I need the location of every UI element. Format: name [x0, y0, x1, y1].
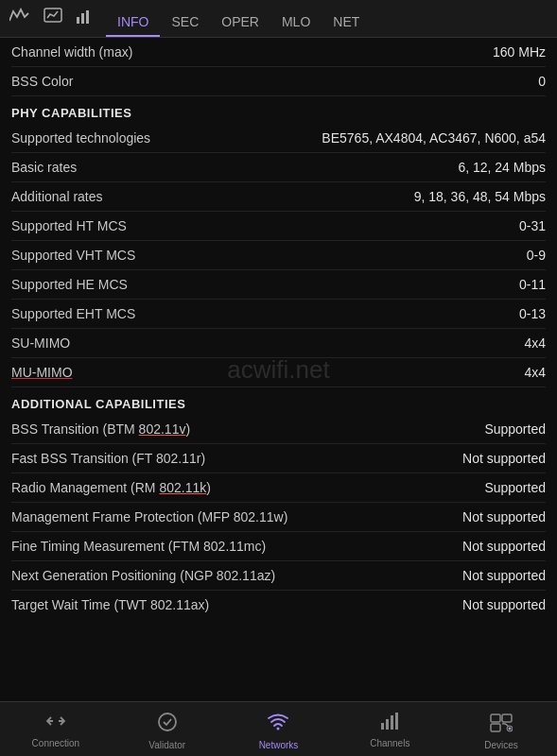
row-ht-mcs: Supported HT MCS 0-31: [11, 212, 546, 241]
nav-channels[interactable]: Channels: [334, 708, 445, 754]
svg-rect-1: [77, 17, 79, 24]
svg-rect-3: [86, 10, 89, 24]
value-twt: Not supported: [462, 597, 546, 612]
value-eht-mcs: 0-13: [519, 306, 546, 321]
value-ngp: Not supported: [462, 568, 546, 583]
row-fast-bss: Fast BSS Transition (FT 802.11r) Not sup…: [11, 444, 546, 473]
nav-networks[interactable]: Networks: [223, 708, 335, 754]
label-radio-mgmt: Radio Management (RM 802.11k): [11, 480, 484, 495]
label-ftm: Fine Timing Measurement (FTM 802.11mc): [11, 539, 462, 554]
nav-validator[interactable]: Validator: [112, 708, 223, 754]
tab-mlo[interactable]: MLO: [270, 9, 322, 37]
svg-rect-13: [491, 724, 500, 731]
row-he-mcs: Supported HE MCS 0-11: [11, 270, 546, 300]
value-channel-width: 160 MHz: [493, 44, 546, 60]
nav-connection[interactable]: Connection: [0, 708, 112, 754]
label-su-mimo: SU-MIMO: [11, 335, 524, 351]
row-vht-mcs: Supported VHT MCS 0-9: [11, 241, 546, 270]
row-ftm: Fine Timing Measurement (FTM 802.11mc) N…: [11, 532, 546, 561]
row-mfp: Management Frame Protection (MFP 802.11w…: [11, 503, 546, 532]
wave-icon[interactable]: [9, 8, 30, 37]
value-ht-mcs: 0-31: [519, 218, 546, 233]
row-supported-tech: Supported technologies BE5765, AX4804, A…: [11, 124, 546, 153]
label-vht-mcs: Supported VHT MCS: [11, 248, 527, 263]
svg-rect-11: [491, 714, 500, 722]
svg-rect-2: [81, 13, 84, 24]
bar-chart-icon[interactable]: [76, 8, 93, 37]
row-su-mimo: SU-MIMO 4x4: [11, 329, 546, 358]
row-channel-width: Channel width (max) 160 MHz: [11, 38, 546, 67]
label-he-mcs: Supported HE MCS: [11, 277, 519, 292]
screen-chart-icon[interactable]: [44, 8, 62, 37]
nav-validator-label: Validator: [148, 740, 185, 750]
value-additional-rates: 9, 18, 36, 48, 54 Mbps: [414, 189, 546, 204]
networks-icon: [267, 712, 289, 737]
label-mu-mimo: MU-MIMO: [11, 365, 524, 380]
svg-point-5: [159, 713, 176, 730]
label-basic-rates: Basic rates: [11, 160, 458, 175]
label-ht-mcs: Supported HT MCS: [11, 218, 519, 233]
validator-icon: [157, 712, 178, 737]
svg-point-6: [277, 728, 280, 730]
svg-rect-10: [395, 713, 398, 730]
row-ngp: Next Generation Positioning (NGP 802.11a…: [11, 561, 546, 591]
main-content: Channel width (max) 160 MHz BSS Color 0 …: [0, 38, 557, 701]
svg-rect-7: [381, 723, 384, 730]
label-mfp: Management Frame Protection (MFP 802.11w…: [11, 509, 462, 524]
label-supported-tech: Supported technologies: [11, 130, 322, 146]
channels-icon: [379, 712, 400, 735]
nav-networks-label: Networks: [259, 740, 299, 750]
nav-devices[interactable]: Devices: [445, 708, 557, 754]
value-bss-color: 0: [538, 74, 546, 89]
label-twt: Target Wait Time (TWT 802.11ax): [11, 597, 462, 612]
value-radio-mgmt: Supported: [484, 480, 546, 495]
label-bss-transition: BSS Transition (BTM 802.11v): [11, 421, 484, 437]
label-additional-rates: Additional rates: [11, 189, 414, 204]
value-mfp: Not supported: [462, 509, 546, 524]
value-basic-rates: 6, 12, 24 Mbps: [458, 160, 546, 175]
row-radio-mgmt: Radio Management (RM 802.11k) Supported: [11, 473, 546, 503]
devices-icon: [490, 712, 513, 737]
header-phy: PHY CAPABILITIES: [11, 96, 546, 124]
nav-devices-label: Devices: [484, 740, 518, 750]
tab-sec[interactable]: SEC: [160, 9, 210, 37]
row-eht-mcs: Supported EHT MCS 0-13: [11, 300, 546, 329]
label-eht-mcs: Supported EHT MCS: [11, 306, 519, 321]
svg-rect-4: [91, 9, 92, 24]
tab-info[interactable]: INFO: [106, 9, 160, 37]
header-additional: ADDITIONAL CAPABILITIES: [11, 387, 546, 415]
row-mu-mimo: MU-MIMO 4x4: [11, 358, 546, 387]
label-channel-width: Channel width (max): [11, 44, 493, 60]
tab-net[interactable]: NET: [322, 9, 371, 37]
svg-rect-8: [386, 719, 389, 730]
tab-oper[interactable]: OPER: [210, 9, 270, 37]
content-wrapper: acwifi.net Channel width (max) 160 MHz B…: [0, 38, 557, 701]
label-fast-bss: Fast BSS Transition (FT 802.11r): [11, 451, 462, 466]
nav-connection-label: Connection: [32, 738, 80, 748]
value-ftm: Not supported: [462, 539, 546, 554]
row-bss-color: BSS Color 0: [11, 67, 546, 96]
connection-icon: [45, 712, 66, 735]
label-ngp: Next Generation Positioning (NGP 802.11a…: [11, 568, 462, 583]
svg-rect-9: [391, 715, 393, 730]
value-bss-transition: Supported: [484, 421, 546, 437]
row-twt: Target Wait Time (TWT 802.11ax) Not supp…: [11, 591, 546, 619]
value-he-mcs: 0-11: [519, 277, 546, 292]
value-mu-mimo: 4x4: [524, 365, 546, 380]
value-fast-bss: Not supported: [462, 451, 546, 466]
bottom-navigation: Connection Validator Networks: [0, 701, 557, 756]
value-supported-tech: BE5765, AX4804, AC3467, N600, a54: [322, 130, 546, 146]
row-bss-transition: BSS Transition (BTM 802.11v) Supported: [11, 415, 546, 444]
svg-rect-12: [502, 714, 512, 722]
row-additional-rates: Additional rates 9, 18, 36, 48, 54 Mbps: [11, 182, 546, 212]
value-vht-mcs: 0-9: [527, 248, 546, 263]
row-basic-rates: Basic rates 6, 12, 24 Mbps: [11, 153, 546, 182]
top-navigation: INFO SEC OPER MLO NET: [0, 0, 557, 38]
value-su-mimo: 4x4: [524, 335, 546, 351]
nav-channels-label: Channels: [370, 738, 409, 748]
label-bss-color: BSS Color: [11, 74, 538, 89]
